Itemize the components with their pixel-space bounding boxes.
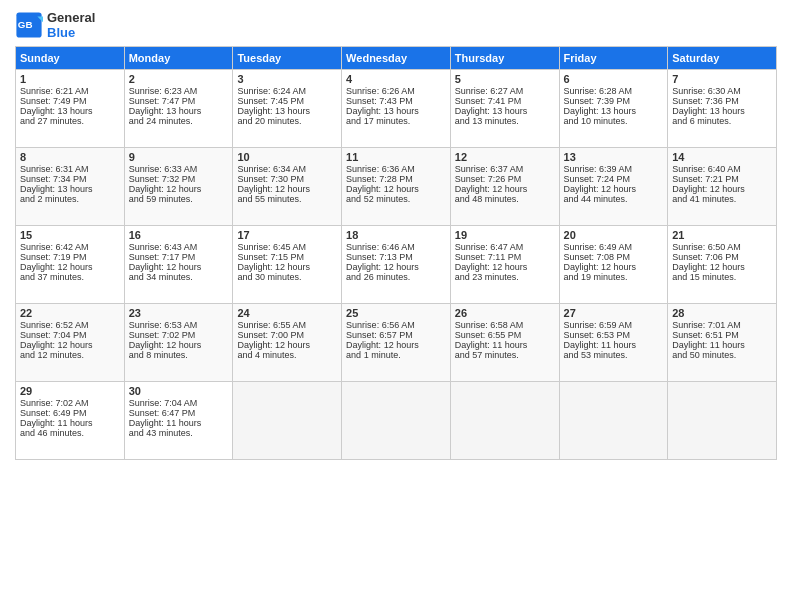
- col-header-tuesday: Tuesday: [233, 47, 342, 70]
- day-number: 30: [129, 385, 229, 397]
- day-number: 28: [672, 307, 772, 319]
- day-info-line: and 26 minutes.: [346, 272, 446, 282]
- calendar-container: GB General Blue SundayMondayTuesdayWedne…: [0, 0, 792, 470]
- day-info-line: and 44 minutes.: [564, 194, 664, 204]
- svg-text:GB: GB: [18, 19, 33, 30]
- day-number: 19: [455, 229, 555, 241]
- calendar-cell: 2Sunrise: 6:23 AMSunset: 7:47 PMDaylight…: [124, 70, 233, 148]
- day-info-line: Daylight: 12 hours: [346, 340, 446, 350]
- calendar-cell: [668, 382, 777, 460]
- day-info-line: Sunrise: 6:46 AM: [346, 242, 446, 252]
- calendar-cell: 10Sunrise: 6:34 AMSunset: 7:30 PMDayligh…: [233, 148, 342, 226]
- day-info-line: Daylight: 12 hours: [455, 184, 555, 194]
- calendar-cell: 9Sunrise: 6:33 AMSunset: 7:32 PMDaylight…: [124, 148, 233, 226]
- day-info-line: Sunset: 7:00 PM: [237, 330, 337, 340]
- calendar-cell: 20Sunrise: 6:49 AMSunset: 7:08 PMDayligh…: [559, 226, 668, 304]
- day-info-line: Sunrise: 6:40 AM: [672, 164, 772, 174]
- day-info-line: Daylight: 12 hours: [564, 262, 664, 272]
- day-number: 14: [672, 151, 772, 163]
- day-info-line: and 37 minutes.: [20, 272, 120, 282]
- day-info-line: Daylight: 13 hours: [672, 106, 772, 116]
- day-info-line: Sunset: 7:36 PM: [672, 96, 772, 106]
- header: GB General Blue: [15, 10, 777, 40]
- day-number: 26: [455, 307, 555, 319]
- day-info-line: and 34 minutes.: [129, 272, 229, 282]
- calendar-cell: [559, 382, 668, 460]
- day-info-line: Daylight: 12 hours: [237, 262, 337, 272]
- day-number: 29: [20, 385, 120, 397]
- day-number: 3: [237, 73, 337, 85]
- day-info-line: Sunset: 7:47 PM: [129, 96, 229, 106]
- day-info-line: Daylight: 11 hours: [564, 340, 664, 350]
- day-info-line: and 43 minutes.: [129, 428, 229, 438]
- day-info-line: Sunset: 7:17 PM: [129, 252, 229, 262]
- day-info-line: Daylight: 12 hours: [129, 340, 229, 350]
- day-info-line: Daylight: 12 hours: [672, 184, 772, 194]
- day-info-line: Sunrise: 6:52 AM: [20, 320, 120, 330]
- logo-icon: GB: [15, 11, 43, 39]
- day-info-line: Daylight: 11 hours: [455, 340, 555, 350]
- week-row-3: 15Sunrise: 6:42 AMSunset: 7:19 PMDayligh…: [16, 226, 777, 304]
- day-info-line: Sunset: 6:47 PM: [129, 408, 229, 418]
- day-info-line: Sunset: 7:43 PM: [346, 96, 446, 106]
- calendar-body: 1Sunrise: 6:21 AMSunset: 7:49 PMDaylight…: [16, 70, 777, 460]
- day-number: 15: [20, 229, 120, 241]
- day-info-line: and 41 minutes.: [672, 194, 772, 204]
- day-info-line: and 50 minutes.: [672, 350, 772, 360]
- day-info-line: Sunset: 6:49 PM: [20, 408, 120, 418]
- calendar-table: SundayMondayTuesdayWednesdayThursdayFrid…: [15, 46, 777, 460]
- calendar-cell: 8Sunrise: 6:31 AMSunset: 7:34 PMDaylight…: [16, 148, 125, 226]
- day-info-line: Daylight: 13 hours: [455, 106, 555, 116]
- day-info-line: Sunrise: 6:30 AM: [672, 86, 772, 96]
- calendar-cell: 21Sunrise: 6:50 AMSunset: 7:06 PMDayligh…: [668, 226, 777, 304]
- day-info-line: Daylight: 13 hours: [20, 106, 120, 116]
- calendar-cell: 14Sunrise: 6:40 AMSunset: 7:21 PMDayligh…: [668, 148, 777, 226]
- day-info-line: and 59 minutes.: [129, 194, 229, 204]
- day-info-line: and 12 minutes.: [20, 350, 120, 360]
- col-header-sunday: Sunday: [16, 47, 125, 70]
- day-info-line: Sunset: 7:41 PM: [455, 96, 555, 106]
- day-info-line: Sunrise: 6:37 AM: [455, 164, 555, 174]
- day-number: 6: [564, 73, 664, 85]
- day-info-line: and 23 minutes.: [455, 272, 555, 282]
- day-info-line: Daylight: 12 hours: [20, 340, 120, 350]
- day-info-line: Sunrise: 6:42 AM: [20, 242, 120, 252]
- day-info-line: Sunrise: 6:45 AM: [237, 242, 337, 252]
- calendar-cell: [233, 382, 342, 460]
- day-info-line: Sunrise: 6:27 AM: [455, 86, 555, 96]
- day-info-line: Sunrise: 6:43 AM: [129, 242, 229, 252]
- day-info-line: Sunrise: 6:53 AM: [129, 320, 229, 330]
- day-number: 17: [237, 229, 337, 241]
- calendar-cell: 26Sunrise: 6:58 AMSunset: 6:55 PMDayligh…: [450, 304, 559, 382]
- day-number: 5: [455, 73, 555, 85]
- day-info-line: Sunset: 7:19 PM: [20, 252, 120, 262]
- day-info-line: Daylight: 12 hours: [346, 184, 446, 194]
- day-info-line: Sunrise: 6:31 AM: [20, 164, 120, 174]
- day-info-line: Daylight: 13 hours: [237, 106, 337, 116]
- col-header-wednesday: Wednesday: [342, 47, 451, 70]
- day-info-line: and 48 minutes.: [455, 194, 555, 204]
- day-info-line: Sunset: 6:53 PM: [564, 330, 664, 340]
- week-row-5: 29Sunrise: 7:02 AMSunset: 6:49 PMDayligh…: [16, 382, 777, 460]
- day-info-line: and 53 minutes.: [564, 350, 664, 360]
- day-info-line: Daylight: 13 hours: [564, 106, 664, 116]
- day-number: 18: [346, 229, 446, 241]
- day-info-line: Sunrise: 6:36 AM: [346, 164, 446, 174]
- col-header-thursday: Thursday: [450, 47, 559, 70]
- day-info-line: Sunrise: 6:47 AM: [455, 242, 555, 252]
- calendar-cell: 1Sunrise: 6:21 AMSunset: 7:49 PMDaylight…: [16, 70, 125, 148]
- calendar-cell: 22Sunrise: 6:52 AMSunset: 7:04 PMDayligh…: [16, 304, 125, 382]
- day-number: 2: [129, 73, 229, 85]
- day-info-line: Sunset: 7:28 PM: [346, 174, 446, 184]
- calendar-cell: 11Sunrise: 6:36 AMSunset: 7:28 PMDayligh…: [342, 148, 451, 226]
- calendar-cell: 30Sunrise: 7:04 AMSunset: 6:47 PMDayligh…: [124, 382, 233, 460]
- day-info-line: Sunset: 7:34 PM: [20, 174, 120, 184]
- day-info-line: and 20 minutes.: [237, 116, 337, 126]
- day-info-line: and 15 minutes.: [672, 272, 772, 282]
- day-number: 7: [672, 73, 772, 85]
- day-number: 10: [237, 151, 337, 163]
- logo-general: General: [47, 10, 95, 25]
- day-number: 11: [346, 151, 446, 163]
- calendar-cell: 17Sunrise: 6:45 AMSunset: 7:15 PMDayligh…: [233, 226, 342, 304]
- day-info-line: Sunrise: 6:34 AM: [237, 164, 337, 174]
